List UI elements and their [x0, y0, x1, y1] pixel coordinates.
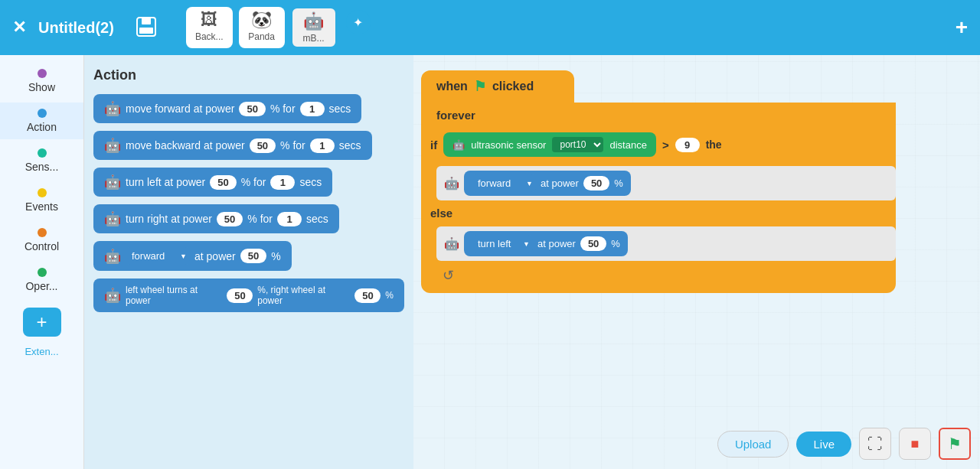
tab-panda-label: Panda: [248, 31, 275, 42]
dot-control: [38, 228, 47, 237]
block-icon-right: 🤖: [104, 210, 121, 227]
block-right-secs: secs: [306, 213, 328, 225]
forward-direction-select[interactable]: forward backward: [126, 247, 190, 265]
sidebar-item-sensors[interactable]: Sens...: [0, 142, 83, 179]
block-left-time[interactable]: 1: [270, 175, 295, 190]
ultrasonic-block[interactable]: 🤖 ultrasonic sensor port10 distance: [443, 132, 656, 157]
block-right-power[interactable]: 50: [217, 212, 243, 226]
inner-forward-wrapper[interactable]: forward backward: [472, 174, 536, 192]
sidebar-label-sensors: Sens...: [25, 161, 59, 173]
block-forward-text-before: move forward at power: [126, 103, 234, 115]
tab-mb-label: mB...: [303, 33, 325, 44]
block-icon-left: 🤖: [104, 174, 121, 191]
play-button[interactable]: ⚑: [939, 428, 971, 460]
block-move-backward-inner[interactable]: 🤖 move backward at power 50 % for 1 secs: [93, 131, 372, 160]
ultrasonic-label: ultrasonic sensor: [471, 139, 546, 151]
distance-label: distance: [609, 139, 646, 151]
play-icon: ⚑: [948, 435, 962, 453]
inner-percent: %: [614, 178, 623, 189]
sidebar-item-control[interactable]: Control: [0, 222, 83, 259]
flag-icon: ⚑: [474, 78, 486, 95]
forever-label: forever: [436, 109, 475, 122]
else-row: else: [421, 204, 896, 223]
project-title: Untitled(2): [38, 19, 114, 37]
block-turn-left-inner[interactable]: 🤖 turn left at power 50 % for 1 secs: [93, 168, 332, 197]
tab-mb[interactable]: 🤖 mB...: [291, 7, 337, 48]
stop-icon: ■: [911, 436, 920, 452]
block-wheel-inner[interactable]: 🤖 left wheel turns at power 50 %, right …: [93, 278, 404, 312]
sidebar-label-action: Action: [27, 121, 57, 133]
stop-button[interactable]: ■: [899, 428, 931, 460]
sidebar-item-show[interactable]: Show: [0, 63, 83, 99]
dot-show: [38, 69, 47, 78]
if-label: if: [430, 138, 437, 151]
block-left-secs: secs: [299, 176, 322, 188]
else-label: else: [430, 204, 452, 223]
inner-forward-block[interactable]: forward backward at power 50 %: [464, 171, 631, 196]
block-wheel[interactable]: 🤖 left wheel turns at power 50 %, right …: [93, 278, 404, 312]
dot-action: [38, 109, 47, 118]
block-left-power[interactable]: 50: [210, 175, 236, 190]
then-label: the: [706, 138, 722, 151]
live-button[interactable]: Live: [796, 432, 851, 457]
sidebar-label-events: Events: [25, 200, 58, 213]
dot-events: [38, 188, 47, 197]
block-backward-power[interactable]: 50: [250, 138, 276, 153]
when-label: when: [436, 80, 468, 93]
close-button[interactable]: ✕: [12, 18, 26, 37]
svg-rect-2: [139, 28, 153, 34]
block-left-text-before: turn left at power: [126, 176, 205, 188]
extend-add-button[interactable]: +: [23, 308, 61, 337]
inner-at-power: at power: [541, 178, 579, 189]
tab-panda[interactable]: 🐼 Panda: [239, 7, 285, 48]
orange-container: forever if 🤖 ultrasonic sensor port10 d: [421, 103, 896, 293]
block-fp-value[interactable]: 50: [240, 249, 266, 263]
expand-button[interactable]: ⛶: [859, 428, 891, 460]
block-forward-percent: % for: [270, 103, 296, 115]
block-move-backward[interactable]: 🤖 move backward at power 50 % for 1 secs: [93, 131, 404, 160]
block-left-percent: % for: [241, 176, 266, 188]
expand-icon: ⛶: [867, 435, 883, 453]
extend-label[interactable]: Exten...: [0, 346, 83, 357]
inner-turnleft-block[interactable]: turn left turn right forward at power 50…: [464, 231, 628, 256]
inner-turnleft-select[interactable]: turn left turn right forward: [472, 235, 533, 252]
block-icon-backward: 🤖: [104, 137, 121, 154]
ultrasonic-icon: 🤖: [452, 139, 465, 151]
inner-power-value[interactable]: 50: [583, 176, 609, 191]
upload-button[interactable]: Upload: [717, 431, 789, 458]
inner-robot-icon: 🤖: [444, 176, 459, 191]
block-wheel-power1[interactable]: 50: [227, 288, 253, 303]
add-button[interactable]: +: [956, 15, 968, 40]
ultrasonic-port-select[interactable]: port10: [552, 137, 603, 152]
inner-turnleft-wrapper[interactable]: turn left turn right forward: [472, 235, 533, 252]
forward-direction-wrapper[interactable]: forward backward: [126, 247, 190, 265]
inner-forward-select[interactable]: forward backward: [472, 174, 536, 192]
block-right-time[interactable]: 1: [277, 212, 302, 226]
block-turn-right-inner[interactable]: 🤖 turn right at power 50 % for 1 secs: [93, 204, 339, 233]
block-wheel-power2[interactable]: 50: [354, 288, 381, 303]
block-turn-left[interactable]: 🤖 turn left at power 50 % for 1 secs: [93, 168, 404, 197]
when-clicked-block[interactable]: when ⚑ clicked: [421, 70, 574, 103]
svg-rect-1: [142, 18, 151, 24]
rotate-icon: ↺: [443, 268, 454, 283]
block-icon-wheel: 🤖: [104, 287, 121, 304]
app-header: ✕ Untitled(2) 🖼 Back... 🐼 Panda 🤖 mB... …: [0, 0, 980, 55]
sidebar-item-action[interactable]: Action: [0, 103, 83, 139]
block-move-forward-inner[interactable]: 🤖 move forward at power 50 % for 1 secs: [93, 94, 361, 123]
save-icon: [134, 15, 158, 39]
block-forward-power-inner[interactable]: 🤖 forward backward at power 50 %: [93, 241, 292, 271]
main-layout: Show Action Sens... Events Control Oper.…: [0, 55, 980, 469]
block-move-forward[interactable]: 🤖 move forward at power 50 % for 1 secs: [93, 94, 404, 123]
save-button[interactable]: [134, 15, 158, 41]
sidebar-item-events[interactable]: Events: [0, 182, 83, 219]
tab-back[interactable]: 🖼 Back...: [186, 7, 233, 48]
sidebar-item-operators[interactable]: Oper...: [0, 262, 83, 298]
block-forward-time[interactable]: 1: [300, 102, 325, 116]
inner-power-value2[interactable]: 50: [580, 236, 606, 251]
bluetooth-icon[interactable]: ✦: [346, 10, 371, 34]
block-turn-right[interactable]: 🤖 turn right at power 50 % for 1 secs: [93, 204, 404, 233]
block-forward-power[interactable]: 🤖 forward backward at power 50 %: [93, 241, 404, 271]
block-forward-power[interactable]: 50: [239, 102, 265, 116]
threshold-value[interactable]: 9: [675, 138, 700, 152]
block-backward-time[interactable]: 1: [310, 138, 335, 153]
